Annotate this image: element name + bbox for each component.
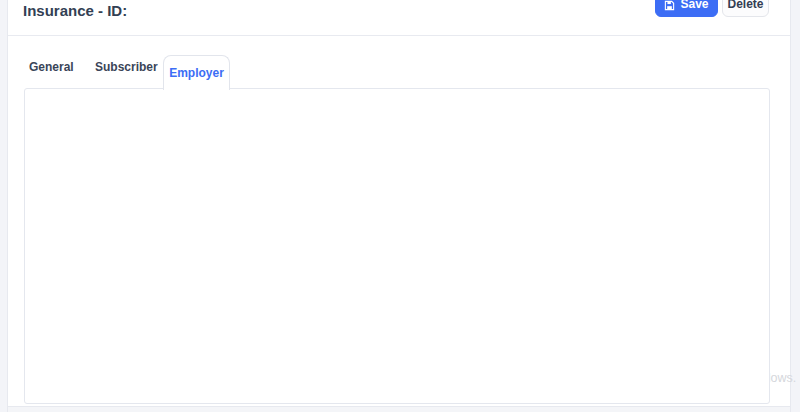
delete-button-label: Delete <box>727 0 763 11</box>
save-icon <box>664 0 675 11</box>
header-divider <box>8 35 790 36</box>
page-title: Insurance - ID: <box>23 2 127 19</box>
tab-employer-label: Employer <box>169 66 224 80</box>
left-edge-gutter <box>0 0 8 412</box>
delete-button[interactable]: Delete <box>722 0 769 17</box>
tab-employer[interactable]: Employer <box>163 55 230 90</box>
tab-subscriber[interactable]: Subscriber <box>95 60 158 74</box>
page: Insurance - ID: Save Delete General Subs… <box>0 0 800 412</box>
save-button-label: Save <box>680 0 708 11</box>
page-bottom-edge <box>8 406 790 412</box>
employer-tab-panel <box>24 88 770 404</box>
tab-general[interactable]: General <box>29 60 74 74</box>
save-button[interactable]: Save <box>655 0 718 17</box>
right-edge-scrollbar-track[interactable] <box>790 0 800 412</box>
